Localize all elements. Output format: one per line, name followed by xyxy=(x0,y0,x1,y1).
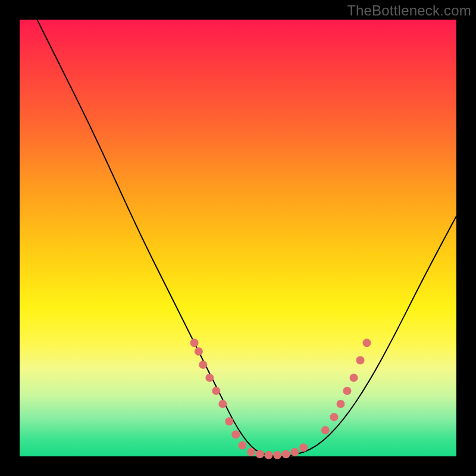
curve-marker xyxy=(321,426,330,434)
marker-group xyxy=(190,339,371,459)
curve-marker xyxy=(218,400,227,408)
bottleneck-curve xyxy=(37,20,456,456)
curve-marker xyxy=(195,347,203,356)
bottleneck-curve-svg xyxy=(20,20,456,456)
curve-marker xyxy=(205,374,214,382)
plot-area xyxy=(20,20,456,456)
curve-marker xyxy=(238,441,246,450)
curve-marker xyxy=(350,374,358,382)
curve-marker xyxy=(212,387,220,395)
curve-marker xyxy=(190,339,199,347)
curve-marker xyxy=(343,387,352,395)
curve-marker xyxy=(363,339,371,347)
curve-marker xyxy=(330,413,339,421)
curve-marker xyxy=(337,400,345,408)
curve-marker xyxy=(247,448,255,456)
chart-frame: TheBottleneck.com xyxy=(0,0,476,476)
curve-marker xyxy=(299,443,308,452)
curve-marker xyxy=(290,448,299,456)
curve-marker xyxy=(225,417,233,425)
watermark-label: TheBottleneck.com xyxy=(347,2,471,19)
curve-marker xyxy=(273,451,281,459)
curve-marker xyxy=(199,361,207,369)
curve-marker xyxy=(231,430,240,439)
curve-marker xyxy=(264,451,273,459)
curve-marker xyxy=(256,450,264,458)
curve-marker xyxy=(356,356,365,365)
curve-marker xyxy=(282,450,290,458)
